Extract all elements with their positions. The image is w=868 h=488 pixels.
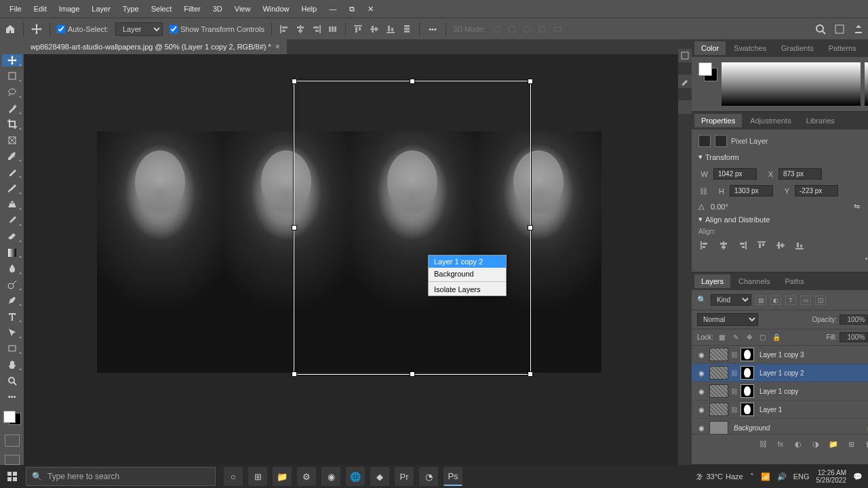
lock-position-icon[interactable]: ✥ [745, 333, 754, 342]
more-align-icon[interactable]: ••• [427, 23, 439, 35]
tab-swatches[interactable]: Swatches [727, 41, 773, 55]
workspace-icon[interactable] [834, 24, 845, 35]
ctx-item-background[interactable]: Background [429, 268, 506, 280]
tab-layers[interactable]: Layers [694, 274, 730, 288]
visibility-icon[interactable]: ◉ [696, 369, 707, 377]
tab-color[interactable]: Color [694, 41, 726, 55]
eyedropper-tool[interactable] [2, 150, 22, 163]
prop-align-hcenter-icon[interactable] [717, 239, 730, 251]
brushes-panel-icon[interactable] [678, 75, 692, 88]
weather-widget[interactable]: 🌫33°CHaze [696, 472, 743, 481]
menu-window[interactable]: Window [257, 2, 294, 16]
new-adjustment-icon[interactable]: ◑ [810, 439, 821, 449]
close-icon[interactable]: ✕ [362, 2, 379, 16]
angle-field[interactable]: 0.00° [711, 203, 728, 211]
visibility-icon[interactable]: ◉ [696, 424, 707, 432]
menu-3d[interactable]: 3D [208, 2, 228, 16]
transform-bounding-box[interactable] [294, 81, 531, 375]
distribute-v-icon[interactable] [401, 24, 412, 35]
menu-filter[interactable]: Filter [178, 2, 205, 16]
lasso-tool[interactable] [2, 86, 22, 98]
tab-gradients[interactable]: Gradients [774, 41, 821, 55]
zoom-tool[interactable] [2, 375, 22, 387]
edge-icon[interactable]: 🌐 [346, 467, 365, 486]
new-layer-icon[interactable]: ⊞ [846, 439, 856, 449]
lock-all-icon[interactable]: 🔒 [772, 333, 781, 342]
layer-name[interactable]: Layer 1 copy [757, 388, 868, 395]
prop-align-right-icon[interactable] [736, 239, 749, 251]
handle-mid-left[interactable] [292, 225, 297, 230]
link-wh-icon[interactable]: ⛓ [698, 187, 708, 195]
brush-tool[interactable] [2, 182, 22, 195]
menu-view[interactable]: View [229, 2, 256, 16]
foreground-background-colors[interactable] [3, 411, 21, 425]
tab-patterns[interactable]: Patterns [822, 41, 863, 55]
volume-icon[interactable]: 🔊 [777, 472, 787, 481]
tab-close-icon[interactable]: × [275, 42, 280, 52]
edit-toolbar-icon[interactable]: ••• [2, 390, 22, 403]
layer-row[interactable]: ◉⛓Layer 1 copy [692, 382, 868, 401]
fill-field[interactable]: 100% [840, 332, 868, 342]
filter-pixel-icon[interactable]: ▧ [755, 296, 766, 305]
menu-image[interactable]: Image [54, 2, 85, 16]
maximize-icon[interactable]: ⧉ [344, 2, 360, 16]
crop-tool[interactable] [2, 119, 22, 131]
tray-chevron-icon[interactable]: ˄ [750, 472, 754, 481]
delete-layer-icon[interactable]: 🗑 [863, 439, 868, 449]
lock-artboard-icon[interactable]: ▢ [758, 333, 768, 342]
tab-channels[interactable]: Channels [732, 274, 776, 288]
align-section-toggle[interactable]: ▾ Align and Distribute [698, 215, 868, 224]
clone-stamp-tool[interactable] [2, 199, 22, 211]
opacity-field[interactable]: 100% [840, 314, 868, 325]
layer-row[interactable]: ◉⛓Layer 1 copy 2 [692, 364, 868, 382]
transform-section-toggle[interactable]: ▾ Transform [698, 152, 868, 161]
app-icon[interactable]: ◆ [370, 467, 389, 486]
ctx-item-layer1copy2[interactable]: Layer 1 copy 2 [429, 256, 506, 268]
menu-select[interactable]: Select [146, 2, 178, 16]
align-bottom-icon[interactable] [385, 24, 396, 35]
blend-mode-select[interactable]: Normal [697, 313, 758, 326]
canvas[interactable]: Layer 1 copy 2 Background Isolate Layers [24, 54, 678, 465]
color-fgbg-swatch[interactable] [698, 62, 717, 81]
quick-mask-icon[interactable] [5, 434, 20, 447]
height-field[interactable]: 1303 px [730, 185, 773, 197]
share-icon[interactable] [853, 24, 864, 35]
premiere-icon[interactable]: Pr [395, 467, 414, 486]
clock[interactable]: 12:26 AM5/28/2022 [816, 469, 847, 484]
visibility-icon[interactable]: ◉ [696, 388, 707, 395]
properties-panel-menu-icon[interactable]: ≡ [865, 117, 868, 125]
home-icon[interactable] [4, 23, 16, 35]
layer-name[interactable]: Layer 1 [757, 406, 868, 413]
visibility-icon[interactable]: ◉ [696, 351, 707, 359]
notifications-icon[interactable]: 💬 [853, 472, 863, 481]
handle-bot-mid[interactable] [410, 371, 415, 377]
auto-select-checkbox[interactable]: Auto-Select: [57, 25, 108, 33]
distribute-h-icon[interactable] [328, 24, 338, 35]
filter-smart-icon[interactable]: ◫ [815, 296, 826, 305]
wifi-icon[interactable]: 📶 [761, 472, 770, 481]
chrome-icon[interactable]: ◉ [321, 467, 340, 486]
move-tool[interactable] [2, 54, 22, 66]
hand-tool[interactable] [2, 359, 22, 371]
menu-type[interactable]: Type [117, 2, 144, 16]
search-box[interactable]: 🔍Type here to search [26, 467, 216, 486]
align-hcenter-icon[interactable] [295, 24, 306, 35]
info-panel-icon[interactable] [678, 100, 692, 114]
filter-shape-icon[interactable]: ▭ [800, 296, 811, 305]
visibility-icon[interactable]: ◉ [696, 406, 707, 413]
settings-icon[interactable]: ⚙ [297, 467, 316, 486]
lock-pixels-icon[interactable]: ✎ [731, 333, 741, 342]
color-ramp[interactable] [722, 62, 861, 106]
task-view-icon[interactable]: ⊞ [248, 467, 267, 486]
tab-libraries[interactable]: Libraries [800, 114, 842, 127]
brightness-strip[interactable] [865, 62, 868, 106]
menu-file[interactable]: File [4, 2, 27, 16]
handle-top-right[interactable] [528, 79, 533, 84]
minimize-icon[interactable]: — [323, 2, 342, 16]
tab-adjustments[interactable]: Adjustments [743, 114, 798, 127]
eraser-tool[interactable] [2, 230, 22, 243]
artboard-tool[interactable] [2, 70, 22, 83]
ctx-item-isolate[interactable]: Isolate Layers [429, 283, 506, 296]
filter-search-icon[interactable]: 🔍 [697, 296, 707, 304]
layer-row[interactable]: ◉⛓Layer 1 copy 3 [692, 346, 868, 364]
